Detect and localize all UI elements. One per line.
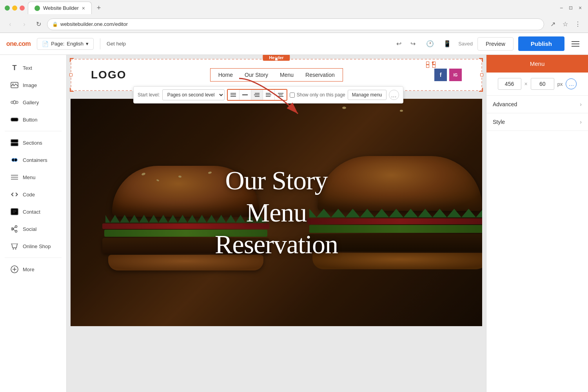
sidebar-item-menu[interactable]: Menu bbox=[2, 169, 64, 185]
svg-marker-14 bbox=[16, 192, 18, 196]
brand-logo: one.com bbox=[6, 40, 31, 47]
nav-handle-tr bbox=[426, 62, 429, 65]
sidebar: T Text Image Gallery Button bbox=[0, 55, 67, 392]
page-selector[interactable]: 📄 Page: English ▾ bbox=[37, 38, 94, 50]
share-btn[interactable]: ↗ bbox=[547, 19, 558, 30]
handle-ml bbox=[69, 73, 73, 76]
help-link[interactable]: Get help bbox=[107, 41, 126, 47]
address-bar[interactable]: 🔒 websitebuilder.one.com/editor bbox=[47, 18, 544, 30]
nav-item-home[interactable]: Home bbox=[218, 72, 233, 78]
toolbar-more-btn[interactable]: … bbox=[389, 90, 399, 100]
mobile-preview-btn[interactable]: 📱 bbox=[441, 38, 454, 50]
sidebar-item-more[interactable]: More bbox=[2, 261, 64, 278]
svg-rect-6 bbox=[11, 140, 18, 142]
close-btn[interactable]: × bbox=[577, 5, 583, 11]
forward-btn[interactable]: › bbox=[19, 19, 30, 30]
bookmark-btn[interactable]: ☆ bbox=[560, 19, 571, 30]
instagram-icon[interactable]: IG bbox=[449, 69, 462, 81]
nav-handle-br bbox=[426, 65, 429, 68]
panel-row-style[interactable]: Style › bbox=[486, 113, 588, 131]
active-tab[interactable]: Website Builder × bbox=[28, 2, 92, 14]
dim-more-btn[interactable]: … bbox=[566, 78, 577, 89]
manage-menu-btn[interactable]: Manage menu bbox=[348, 90, 387, 100]
sidebar-label-containers: Containers bbox=[23, 157, 47, 163]
sidebar-item-containers[interactable]: Containers bbox=[2, 152, 64, 168]
sidebar-item-gallery[interactable]: Gallery bbox=[2, 94, 64, 111]
new-tab-btn[interactable]: + bbox=[93, 2, 104, 13]
show-only-label[interactable]: Show only on this page bbox=[290, 92, 345, 98]
minimize-btn[interactable]: − bbox=[558, 5, 564, 11]
social-icons-group: f IG bbox=[434, 69, 462, 81]
svg-marker-13 bbox=[11, 192, 14, 196]
sidebar-item-social[interactable]: Social bbox=[2, 221, 64, 237]
show-only-checkbox[interactable] bbox=[290, 93, 295, 98]
dim-unit: px bbox=[557, 81, 563, 87]
nav-item-reservation[interactable]: Reservation bbox=[305, 72, 335, 78]
back-btn[interactable]: ‹ bbox=[5, 19, 16, 30]
svg-point-25 bbox=[15, 249, 16, 250]
nav-item-menu[interactable]: Menu bbox=[280, 72, 294, 78]
svg-line-22 bbox=[13, 227, 15, 229]
window-buttons: − ⊡ × bbox=[558, 5, 583, 11]
site-logo[interactable]: LOGO bbox=[91, 69, 126, 81]
sidebar-item-button[interactable]: Button bbox=[2, 111, 64, 128]
align-group bbox=[227, 89, 287, 101]
publish-btn[interactable]: Publish bbox=[518, 36, 564, 51]
page-label: Page: bbox=[51, 41, 64, 47]
sidebar-item-sections[interactable]: Sections bbox=[2, 134, 64, 151]
hero-text-3: Reservation bbox=[215, 229, 338, 261]
align-btn-2[interactable] bbox=[240, 90, 251, 100]
advanced-label: Advanced bbox=[493, 101, 517, 107]
sidebar-label-menu: Menu bbox=[23, 174, 36, 180]
handle-mr bbox=[480, 73, 483, 76]
reload-btn[interactable]: ↻ bbox=[33, 19, 44, 30]
height-input[interactable] bbox=[531, 78, 554, 90]
facebook-icon[interactable]: f bbox=[434, 69, 447, 81]
svg-point-21 bbox=[12, 228, 14, 230]
tab-close-btn[interactable]: × bbox=[82, 5, 85, 11]
svg-rect-5 bbox=[11, 118, 18, 121]
sidebar-item-contact[interactable]: Contact bbox=[2, 203, 64, 220]
menu-bar-3 bbox=[572, 46, 579, 47]
start-level-select[interactable]: Pages on second level bbox=[162, 89, 225, 100]
handle-tl bbox=[70, 58, 74, 62]
page-doc-icon: 📄 bbox=[42, 41, 49, 47]
undo-btn[interactable]: ↩ bbox=[392, 38, 405, 50]
nav-item-our-story[interactable]: Our Story bbox=[245, 72, 268, 78]
address-text: websitebuilder.one.com/editor bbox=[60, 21, 128, 27]
sidebar-label-text: Text bbox=[23, 65, 32, 71]
dot-yellow[interactable] bbox=[12, 5, 17, 11]
handle-tm bbox=[275, 58, 278, 61]
online-shop-icon bbox=[10, 242, 19, 250]
topbar: one.com 📄 Page: English ▾ Get help ↩ ↪ 🕐… bbox=[0, 33, 588, 55]
history-btn[interactable]: 🕐 bbox=[424, 38, 436, 50]
menu-bar-1 bbox=[572, 41, 579, 42]
maximize-btn[interactable]: ⊡ bbox=[568, 5, 574, 11]
align-btn-4[interactable] bbox=[263, 90, 275, 100]
browser-titlebar: Website Builder × + − ⊡ × bbox=[0, 0, 588, 16]
topbar-actions: ↩ ↪ 🕐 📱 Saved Preview Publish bbox=[392, 36, 582, 51]
right-panel: Menu × px … Advanced › Style › bbox=[486, 55, 588, 392]
sidebar-item-text[interactable]: T Text bbox=[2, 60, 64, 76]
show-only-text: Show only on this page bbox=[297, 92, 345, 98]
width-input[interactable] bbox=[498, 78, 521, 90]
panel-row-advanced[interactable]: Advanced › bbox=[486, 96, 588, 113]
redo-btn[interactable]: ↪ bbox=[407, 38, 419, 50]
dot-red[interactable] bbox=[20, 5, 25, 11]
nav-selection-box bbox=[434, 63, 434, 67]
align-btn-3[interactable] bbox=[251, 90, 263, 100]
sidebar-item-online-shop[interactable]: Online Shop bbox=[2, 238, 64, 254]
advanced-chevron-icon: › bbox=[580, 101, 582, 107]
sidebar-label-online-shop: Online Shop bbox=[23, 243, 51, 249]
style-chevron-icon: › bbox=[580, 119, 582, 125]
sidebar-separator-2 bbox=[5, 258, 62, 258]
extensions-btn[interactable]: ⋮ bbox=[572, 19, 583, 30]
sidebar-item-code[interactable]: Code bbox=[2, 186, 64, 203]
hamburger-menu-btn[interactable] bbox=[569, 38, 582, 50]
sidebar-item-image[interactable]: Image bbox=[2, 77, 64, 93]
align-btn-1[interactable] bbox=[228, 90, 240, 100]
nav-handle-bl bbox=[432, 65, 436, 68]
dot-green[interactable] bbox=[5, 5, 10, 11]
preview-btn[interactable]: Preview bbox=[477, 37, 514, 51]
align-btn-5[interactable] bbox=[275, 90, 287, 100]
